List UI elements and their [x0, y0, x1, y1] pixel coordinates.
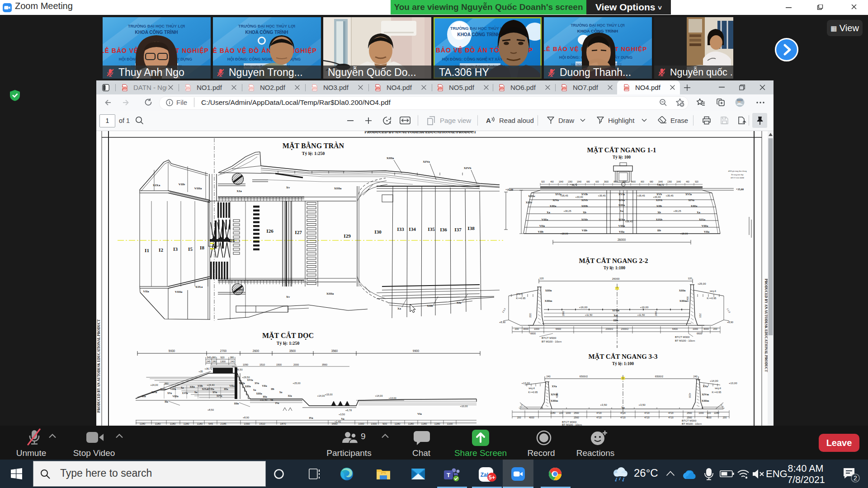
svg-text:Va: Va	[622, 406, 625, 409]
svg-text:3600: 3600	[604, 181, 609, 183]
svg-text:XIIIa: XIIIa	[334, 187, 342, 190]
svg-text:XVIa: XVIa	[685, 193, 692, 196]
svg-text:220: 220	[707, 412, 711, 414]
svg-text:Xa: Xa	[253, 389, 256, 391]
svg-text:2: 2	[854, 474, 857, 482]
svg-text:I33: I33	[397, 226, 404, 232]
svg-text:200: 200	[713, 328, 717, 330]
svg-text:Xa: Xa	[279, 391, 283, 394]
svg-text:+13,00: +13,00	[389, 397, 396, 399]
svg-text:XIIb: XIIb	[656, 205, 662, 207]
svg-text:1000: 1000	[534, 328, 539, 330]
svg-text:Tỷ lệ: 1:100: Tỷ lệ: 1:100	[612, 361, 634, 366]
svg-text:9: 9	[361, 432, 366, 441]
svg-text:+35,60: +35,60	[736, 188, 744, 191]
svg-text:XIIIn: XIIIn	[545, 289, 552, 292]
svg-text:4720: 4720	[668, 416, 674, 419]
svg-text:PDF: PDF	[624, 87, 629, 89]
svg-text:600: 600	[623, 181, 626, 183]
svg-text:4000: 4000	[706, 416, 712, 419]
svg-text:XVIa: XVIa	[247, 379, 253, 381]
svg-text:1520: 1520	[529, 313, 532, 318]
svg-text:XVIIa: XVIIa	[208, 388, 214, 390]
svg-text:tang di: tang di	[516, 293, 523, 295]
svg-text:920: 920	[220, 356, 224, 359]
svg-text:K>=0.95: K>=0.95	[707, 297, 717, 300]
svg-text:PDF: PDF	[312, 87, 317, 89]
svg-text:KHOA CÔNG TRÌNH: KHOA CÔNG TRÌNH	[135, 29, 178, 35]
svg-text:XIVm: XIVm	[702, 393, 709, 396]
svg-text:XIIa: XIIa	[189, 385, 194, 388]
svg-text:4000 gia tang dan chong: 4000 gia tang dan chong	[728, 170, 747, 172]
svg-text:PRODUCED BY AN AUTODESK EDUCAT: PRODUCED BY AN AUTODESK EDUCATIONAL PROD…	[97, 319, 101, 413]
svg-text:PDF: PDF	[249, 87, 254, 89]
svg-text:IIIa: IIIa	[224, 388, 228, 390]
svg-text:1300: 1300	[220, 360, 226, 363]
svg-text:240: 240	[693, 375, 697, 378]
svg-text:TRƯỜNG ĐẠI HỌC THỦY LỢI: TRƯỜNG ĐẠI HỌC THỦY LỢI	[450, 26, 507, 31]
svg-text:+35,45: +35,45	[598, 194, 606, 197]
svg-text:BT M100 - 10cm: BT M100 - 10cm	[675, 339, 695, 342]
svg-text:XIVa: XIVa	[423, 160, 430, 164]
svg-text:2000: 2000	[293, 363, 299, 366]
svg-text:+35: +35	[198, 370, 203, 373]
svg-text:+28,40: +28,40	[625, 220, 633, 223]
svg-text:6500/2: 6500/2	[580, 375, 588, 378]
svg-text:Xa: Xa	[697, 211, 700, 214]
svg-text:+8,90: +8,90	[727, 321, 733, 324]
svg-text:I37: I37	[454, 227, 462, 232]
svg-text:MẶT CẮT NGANG 3-3: MẶT CẮT NGANG 3-3	[588, 353, 657, 360]
svg-text:XIa: XIa	[457, 301, 462, 304]
svg-text:XIXb: XIXb	[656, 218, 663, 221]
svg-text:IIIa: IIIa	[263, 395, 267, 398]
svg-text:280: 280	[212, 360, 216, 363]
svg-text:2560: 2560	[687, 416, 692, 419]
svg-text:XIXa: XIXa	[618, 218, 625, 221]
svg-text:4720: 4720	[644, 416, 650, 419]
svg-text:220: 220	[559, 412, 563, 414]
svg-text:+14,00: +14,00	[375, 394, 383, 397]
svg-text:PDF: PDF	[185, 87, 191, 89]
svg-text:I1: I1	[145, 248, 149, 253]
svg-text:IIa: IIa	[165, 400, 168, 403]
svg-text:XIIIm: XIIIm	[551, 399, 558, 402]
svg-text:380: 380	[212, 356, 216, 359]
svg-text:2700: 2700	[220, 349, 227, 352]
svg-text:+11,50: +11,50	[637, 314, 645, 316]
svg-text:VIIb: VIIb	[198, 385, 203, 387]
svg-text:XVa: XVa	[703, 385, 708, 388]
svg-text:IIIn: IIIn	[234, 402, 239, 405]
svg-text:BT M100 - 10cm: BT M100 - 10cm	[682, 422, 702, 425]
svg-text:K>=0.95: K>=0.95	[712, 391, 722, 394]
svg-text:I35: I35	[428, 226, 435, 232]
svg-text:+14,00: +14,00	[710, 380, 718, 382]
svg-text:I34: I34	[409, 226, 416, 232]
svg-text:900: 900	[382, 422, 387, 425]
svg-text:BTCT 250-300M: BTCT 250-300M	[731, 177, 744, 179]
svg-text:MẶT CẮT NGANG 2-2: MẶT CẮT NGANG 2-2	[579, 257, 648, 264]
svg-text:3500: 3500	[289, 349, 296, 352]
svg-text:BTCT M300: BTCT M300	[675, 336, 690, 338]
svg-text:1640: 1640	[676, 181, 681, 183]
svg-text:XIXm: XIXm	[612, 309, 619, 312]
svg-text:Xb: Xb	[657, 211, 661, 214]
svg-text:1180: 1180	[421, 422, 428, 425]
svg-text:120: 120	[539, 277, 543, 280]
svg-text:3560: 3560	[322, 363, 327, 366]
svg-text:200: 200	[514, 328, 519, 330]
svg-text:4720: 4720	[596, 412, 602, 414]
svg-text:XVa: XVa	[552, 385, 557, 388]
svg-text:+3,50: +3,50	[600, 404, 607, 406]
svg-text:2600: 2600	[253, 349, 259, 352]
svg-text:XIIb: XIIb	[427, 304, 433, 307]
svg-text:VIIIa: VIIIa	[170, 388, 176, 390]
svg-text:1640: 1640	[658, 181, 663, 183]
svg-text:MẶT CẮT DỌC: MẶT CẮT DỌC	[262, 331, 314, 340]
svg-text:Xv: Xv	[286, 186, 290, 189]
svg-text:XIIIa: XIIIa	[691, 205, 697, 207]
svg-text:1870: 1870	[280, 422, 286, 425]
svg-text:tang di: tang di	[715, 387, 721, 389]
svg-text:1000: 1000	[693, 328, 698, 330]
svg-text:6500/2: 6500/2	[655, 375, 664, 378]
svg-text:XIIIa: XIIIa	[550, 205, 556, 207]
